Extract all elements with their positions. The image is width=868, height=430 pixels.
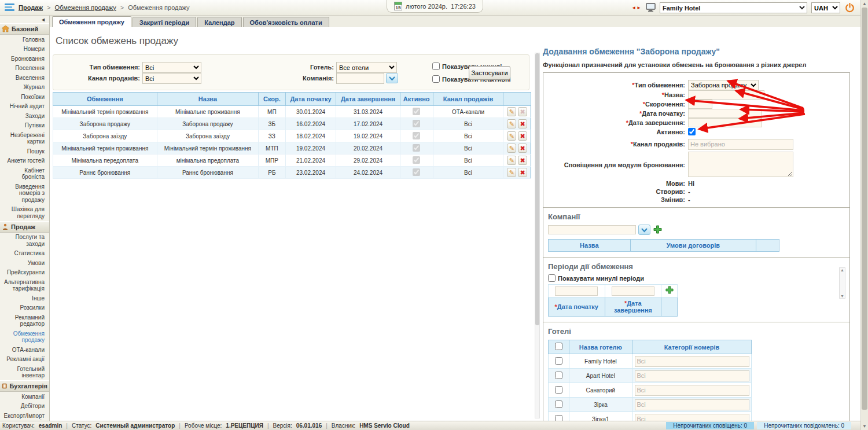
scrollbar-thumb[interactable] — [535, 53, 539, 325]
scroll-down-icon[interactable]: ▼ — [861, 424, 868, 429]
page-scrollbar[interactable]: ▲ ▼ — [860, 0, 868, 430]
filter-company-dropdown-button[interactable] — [386, 73, 398, 83]
sidebar-item-export-import[interactable]: Експорт/Імпорт рахунків — [0, 411, 49, 421]
unread-messages-badge[interactable]: Непрочитаних повідомлень: 0 — [757, 422, 851, 429]
sidebar-item-events[interactable]: Заходи — [0, 111, 49, 121]
active-checkbox[interactable] — [688, 128, 696, 135]
sidebar-item-ad-editor[interactable]: Рекламний редактор — [0, 313, 49, 329]
period-start-input[interactable] — [555, 286, 598, 296]
monitor-icon[interactable] — [646, 3, 656, 13]
sidebar-item-checkin[interactable]: Поселення — [0, 64, 49, 73]
col-name[interactable]: Назва — [157, 93, 259, 106]
hotel-checkbox[interactable] — [555, 415, 562, 421]
unread-notifications-badge[interactable]: Непрочитаних сповіщень: 0 — [666, 422, 754, 429]
show-inactive-checkbox[interactable] — [432, 75, 440, 83]
power-button[interactable] — [844, 3, 855, 13]
edit-icon[interactable]: ✎ — [507, 107, 516, 116]
sidebar-item-vouchers[interactable]: Путівки — [0, 121, 49, 131]
start-date-input[interactable] — [688, 109, 762, 118]
scroll-up-icon[interactable]: ▲ — [861, 1, 868, 6]
sidebar-item-view-chessboard[interactable]: Шахівка для перегляду — [0, 205, 49, 221]
hotel-categories-input[interactable] — [635, 399, 749, 410]
sidebar-item-search[interactable]: Пошук — [0, 146, 49, 156]
col-start-date[interactable]: Дата початку — [285, 93, 336, 106]
sidebar-item-sales-restrictions[interactable]: Обмеження продажу — [0, 329, 49, 345]
sidebar-item-guest-forms[interactable]: Анкети гостей — [0, 156, 49, 166]
sidebar-item-housekeeping[interactable]: Покоївки — [0, 92, 49, 102]
sidebar-item-promotions[interactable]: Рекламні акції — [0, 355, 49, 365]
company-search-input[interactable] — [548, 225, 636, 234]
hotel-select[interactable]: Family Hotel — [660, 2, 807, 13]
currency-select[interactable]: UAH — [811, 2, 840, 13]
hotel-categories-input[interactable] — [635, 385, 749, 396]
sidebar-item-price-lists[interactable]: Прейскуранти — [0, 268, 49, 278]
hotel-checkbox[interactable] — [555, 357, 562, 365]
select-all-hotels-checkbox[interactable] — [555, 343, 562, 350]
show-past-periods-checkbox[interactable] — [548, 274, 556, 282]
hotel-categories-input[interactable] — [635, 370, 749, 381]
edit-icon[interactable]: ✎ — [507, 144, 516, 153]
delete-icon[interactable]: ✖ — [518, 119, 527, 128]
tab-payment-obligation[interactable]: Обов'язковість оплати — [243, 17, 329, 27]
date-widget[interactable]: 15 лютого 2024р. 17:26:23 — [387, 0, 483, 13]
period-end-input[interactable] — [612, 286, 654, 296]
menu-icon[interactable] — [5, 3, 14, 12]
col-restriction[interactable]: Обмеження — [53, 93, 157, 106]
sidebar-collapse-icon[interactable]: ◄ — [0, 16, 49, 23]
sidebar-item-rooms-out-of-sale[interactable]: Виведення номерів з продажу — [0, 182, 49, 205]
filter-company-input[interactable] — [336, 73, 384, 84]
delete-icon[interactable]: ✖ — [518, 168, 527, 177]
delete-icon[interactable]: ✖ — [518, 144, 527, 153]
sidebar-section-basic[interactable]: Базовий — [0, 23, 49, 35]
vertical-scrollbar[interactable] — [535, 53, 540, 418]
breadcrumb-link-restrictions[interactable]: Обмеження продажу — [55, 4, 116, 11]
add-company-icon[interactable] — [653, 225, 663, 235]
col-end-date[interactable]: Дата завершення — [336, 93, 400, 106]
end-date-input[interactable] — [688, 118, 762, 127]
show-past-periods[interactable]: Показувати минулі періоди — [548, 274, 849, 282]
tab-closed-periods[interactable]: Закриті періоди — [133, 17, 196, 27]
sidebar-item-booker-cabinet[interactable]: Кабінет броніста — [0, 166, 49, 182]
periods-scrollbar[interactable]: ▲▼ — [839, 267, 845, 299]
edit-icon[interactable]: ✎ — [507, 168, 516, 177]
booking-notice-textarea[interactable] — [688, 152, 793, 177]
abbreviation-input[interactable] — [688, 100, 712, 109]
sidebar-item-night-audit[interactable]: Нічний аудит — [0, 102, 49, 112]
edit-icon[interactable]: ✎ — [507, 119, 516, 128]
apply-button[interactable]: Застосувати — [469, 66, 510, 80]
page-scrollbar-thumb[interactable] — [862, 8, 867, 410]
col-channel[interactable]: Канал продажів — [433, 93, 503, 106]
hotel-checkbox[interactable] — [555, 386, 562, 394]
sidebar-section-sales[interactable]: Продаж — [0, 221, 49, 233]
sidebar-item-other[interactable]: Інше — [0, 293, 49, 303]
edit-icon[interactable]: ✎ — [507, 156, 516, 165]
hotel-checkbox[interactable] — [555, 372, 562, 379]
add-period-icon[interactable] — [664, 286, 674, 296]
filter-hotel-select[interactable]: Все отели — [336, 62, 397, 73]
sidebar-item-debtors[interactable]: Дебітори — [0, 402, 49, 411]
tab-sales-restrictions[interactable]: Обмеження продажу — [52, 16, 131, 27]
delete-icon[interactable]: ✖ — [518, 131, 527, 141]
sidebar-item-services-events[interactable]: Послуги та заходи — [0, 233, 49, 249]
show-past-checkbox[interactable] — [432, 63, 440, 70]
company-dropdown-button[interactable] — [638, 225, 650, 235]
hotel-checkbox[interactable] — [555, 400, 562, 408]
sidebar-item-hotel-inventory[interactable]: Готельний інвентар — [0, 364, 49, 380]
tab-calendar[interactable]: Календар — [197, 17, 241, 27]
restriction-type-select[interactable]: Заборона продажу — [688, 80, 759, 90]
sidebar-item-checkout[interactable]: Виселення — [0, 73, 49, 83]
sidebar-item-terms[interactable]: Умови — [0, 258, 49, 268]
col-active[interactable]: Активно — [400, 93, 433, 106]
hotel-categories-input[interactable] — [635, 356, 749, 367]
hotel-categories-input[interactable] — [635, 414, 749, 421]
sales-channel-input[interactable] — [688, 139, 793, 150]
sidebar-item-rooms[interactable]: Номери — [0, 45, 49, 54]
sidebar-section-accounting[interactable]: Бухгалтерія — [0, 380, 49, 392]
sidebar-item-booking[interactable]: Бронювання — [0, 54, 49, 64]
sidebar-item-companies[interactable]: Компанії — [0, 392, 49, 402]
sidebar-item-alt-tariffs[interactable]: Альтернативна тарифікація — [0, 277, 49, 293]
filter-channel-select[interactable]: Всі — [142, 73, 201, 84]
sidebar-item-journal[interactable]: Журнал — [0, 83, 49, 93]
sidebar-item-unsaved-cards[interactable]: Незбережені картки — [0, 130, 49, 146]
breadcrumb-link-sales[interactable]: Продаж — [19, 4, 43, 11]
